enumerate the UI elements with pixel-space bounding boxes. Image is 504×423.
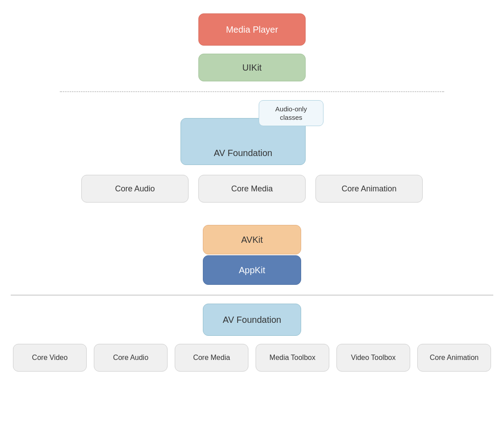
- core-video-box: Core Video: [13, 344, 87, 372]
- core-animation-top-label: Core Animation: [341, 184, 396, 194]
- avkit-appkit-group: AVKit AppKit: [203, 225, 301, 285]
- core-animation-bottom-label: Core Animation: [430, 354, 479, 362]
- uikit-label: UIKit: [242, 63, 261, 73]
- video-toolbox-box: Video Toolbox: [336, 344, 410, 372]
- av-foundation-top-group: Audio-onlyclasses AV Foundation: [181, 100, 323, 165]
- core-row-bottom: Core Video Core Audio Core Media Media T…: [11, 344, 493, 372]
- media-player-box: Media Player: [198, 13, 306, 46]
- core-animation-bottom-box: Core Animation: [417, 344, 491, 372]
- media-toolbox-label: Media Toolbox: [269, 354, 315, 362]
- core-animation-top-box: Core Animation: [315, 175, 423, 203]
- uikit-box: UIKit: [198, 54, 306, 81]
- video-toolbox-label: Video Toolbox: [351, 354, 396, 362]
- core-media-bottom-box: Core Media: [175, 344, 248, 372]
- core-audio-top-label: Core Audio: [115, 184, 155, 194]
- dotted-separator: [60, 91, 444, 92]
- diagram: Media Player UIKit Audio-onlyclasses AV …: [0, 0, 504, 423]
- core-audio-bottom-box: Core Audio: [94, 344, 168, 372]
- audio-only-label: Audio-onlyclasses: [275, 105, 307, 122]
- av-foundation-bottom-label: AV Foundation: [223, 315, 281, 325]
- core-audio-top-box: Core Audio: [81, 175, 189, 203]
- media-player-label: Media Player: [226, 25, 278, 35]
- solid-separator: [11, 295, 493, 296]
- audio-only-box: Audio-onlyclasses: [259, 100, 323, 126]
- avkit-label: AVKit: [241, 235, 263, 245]
- core-media-bottom-label: Core Media: [193, 354, 230, 362]
- core-video-label: Core Video: [32, 354, 68, 362]
- media-toolbox-box: Media Toolbox: [256, 344, 329, 372]
- core-media-top-box: Core Media: [198, 175, 306, 203]
- core-audio-bottom-label: Core Audio: [113, 354, 148, 362]
- av-foundation-bottom-box: AV Foundation: [203, 304, 301, 336]
- core-row-top: Core Audio Core Media Core Animation: [42, 175, 462, 203]
- core-media-top-label: Core Media: [231, 184, 273, 194]
- appkit-box: AppKit: [203, 255, 301, 285]
- avkit-box: AVKit: [203, 225, 301, 254]
- appkit-label: AppKit: [239, 265, 265, 275]
- av-foundation-top-label: AV Foundation: [214, 148, 273, 158]
